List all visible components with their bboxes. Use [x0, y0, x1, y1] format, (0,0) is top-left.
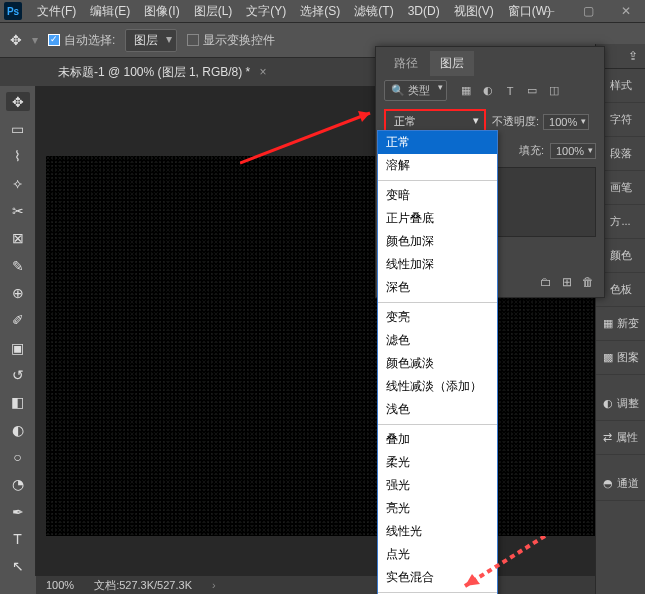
tab-paths[interactable]: 路径: [384, 51, 428, 76]
blend-darkercolor[interactable]: 深色: [378, 276, 497, 299]
frame-tool[interactable]: ⊠: [6, 229, 30, 248]
eraser-tool[interactable]: ◧: [6, 393, 30, 412]
opacity-label: 不透明度:: [492, 114, 539, 129]
fill-input[interactable]: 100%: [550, 143, 596, 159]
blend-normal[interactable]: 正常: [378, 131, 497, 154]
gradient-tool[interactable]: ◐: [6, 420, 30, 439]
history-brush-tool[interactable]: ↺: [6, 365, 30, 384]
auto-select-label: 自动选择:: [64, 33, 115, 47]
menu-view[interactable]: 视图(V): [447, 3, 501, 20]
blend-multiply[interactable]: 正片叠底: [378, 207, 497, 230]
menubar: Ps 文件(F) 编辑(E) 图像(I) 图层(L) 文字(Y) 选择(S) 滤…: [0, 0, 645, 22]
auto-select-target[interactable]: 图层: [125, 29, 177, 52]
move-tool-icon: ✥: [10, 32, 22, 48]
minimize-button[interactable]: ─: [531, 0, 569, 22]
blend-screen[interactable]: 滤色: [378, 329, 497, 352]
document-tab[interactable]: 未标题-1 @ 100% (图层 1, RGB/8) * ×: [50, 64, 275, 81]
opacity-input[interactable]: 100%: [543, 114, 589, 130]
blend-dissolve[interactable]: 溶解: [378, 154, 497, 177]
file-size: 文档:527.3K/527.3K: [94, 578, 192, 593]
blend-colorburn[interactable]: 颜色加深: [378, 230, 497, 253]
menu-image[interactable]: 图像(I): [137, 3, 186, 20]
filter-adjust-icon[interactable]: ◐: [481, 84, 495, 98]
close-button[interactable]: ✕: [607, 0, 645, 22]
status-bar: 100% 文档:527.3K/527.3K ›: [36, 576, 645, 594]
zoom-level[interactable]: 100%: [46, 579, 74, 591]
fill-label: 填充:: [519, 143, 544, 158]
dodge-tool[interactable]: ◔: [6, 475, 30, 494]
filter-type-icons: ▦ ◐ T ▭ ◫: [459, 84, 561, 98]
dock-patterns[interactable]: ▩图案: [596, 341, 645, 375]
blend-darken[interactable]: 变暗: [378, 184, 497, 207]
marquee-tool[interactable]: ▭: [6, 119, 30, 138]
blend-linearlight[interactable]: 线性光: [378, 520, 497, 543]
tab-layers[interactable]: 图层: [430, 51, 474, 76]
stamp-tool[interactable]: ▣: [6, 338, 30, 357]
show-transform-label: 显示变换控件: [203, 33, 275, 47]
blend-lighten[interactable]: 变亮: [378, 306, 497, 329]
dock-properties[interactable]: ⇄属性: [596, 421, 645, 455]
eyedropper-tool[interactable]: ✎: [6, 256, 30, 275]
quick-select-tool[interactable]: ⟡: [6, 174, 30, 193]
blend-hardlight[interactable]: 强光: [378, 474, 497, 497]
menu-3d[interactable]: 3D(D): [401, 4, 447, 18]
crop-tool[interactable]: ✂: [6, 201, 30, 220]
blend-hardmix[interactable]: 实色混合: [378, 566, 497, 589]
blend-pinlight[interactable]: 点光: [378, 543, 497, 566]
dock-gradients[interactable]: ▦新变: [596, 307, 645, 341]
pen-tool[interactable]: ✒: [6, 502, 30, 521]
lasso-tool[interactable]: ⌇: [6, 147, 30, 166]
dock-adjustments[interactable]: ◐调整: [596, 387, 645, 421]
menu-select[interactable]: 选择(S): [293, 3, 347, 20]
blend-softlight[interactable]: 柔光: [378, 451, 497, 474]
layer-filter-type[interactable]: 🔍 类型: [384, 80, 447, 101]
maximize-button[interactable]: ▢: [569, 0, 607, 22]
window-controls: ─ ▢ ✕: [531, 0, 645, 22]
move-tool[interactable]: ✥: [6, 92, 30, 111]
filter-shape-icon[interactable]: ▭: [525, 84, 539, 98]
new-layer-icon[interactable]: ⊞: [562, 275, 572, 289]
blend-overlay[interactable]: 叠加: [378, 428, 497, 451]
show-transform-checkbox[interactable]: [187, 34, 199, 46]
blur-tool[interactable]: ○: [6, 447, 30, 466]
menu-edit[interactable]: 编辑(E): [83, 3, 137, 20]
filter-pixel-icon[interactable]: ▦: [459, 84, 473, 98]
blend-lightercolor[interactable]: 浅色: [378, 398, 497, 421]
document-tab-title: 未标题-1 @ 100% (图层 1, RGB/8) *: [58, 65, 250, 79]
share-icon[interactable]: ⇪: [625, 48, 641, 64]
text-tool[interactable]: T: [6, 529, 30, 548]
path-select-tool[interactable]: ↖: [6, 557, 30, 576]
status-arrow-icon[interactable]: ›: [212, 579, 216, 591]
tab-close-icon[interactable]: ×: [260, 65, 267, 79]
blend-vividlight[interactable]: 亮光: [378, 497, 497, 520]
blend-linearburn[interactable]: 线性加深: [378, 253, 497, 276]
menu-file[interactable]: 文件(F): [30, 3, 83, 20]
blend-lineardodge[interactable]: 线性减淡（添加）: [378, 375, 497, 398]
filter-smart-icon[interactable]: ◫: [547, 84, 561, 98]
auto-select-checkbox[interactable]: [48, 34, 60, 46]
menu-filter[interactable]: 滤镜(T): [347, 3, 400, 20]
blend-mode-dropdown: 正常 溶解 变暗 正片叠底 颜色加深 线性加深 深色 变亮 滤色 颜色减淡 线性…: [377, 130, 498, 594]
blend-colordodge[interactable]: 颜色减淡: [378, 352, 497, 375]
dock-channels[interactable]: ◓通道: [596, 467, 645, 501]
tools-panel: ✥ ▭ ⌇ ⟡ ✂ ⊠ ✎ ⊕ ✐ ▣ ↺ ◧ ◐ ○ ◔ ✒ T ↖: [0, 86, 36, 576]
menu-layer[interactable]: 图层(L): [187, 3, 240, 20]
healing-tool[interactable]: ⊕: [6, 283, 30, 302]
menu-type[interactable]: 文字(Y): [239, 3, 293, 20]
filter-text-icon[interactable]: T: [503, 84, 517, 98]
brush-tool[interactable]: ✐: [6, 311, 30, 330]
app-logo: Ps: [4, 2, 22, 20]
new-folder-icon[interactable]: 🗀: [540, 275, 552, 289]
delete-layer-icon[interactable]: 🗑: [582, 275, 594, 289]
